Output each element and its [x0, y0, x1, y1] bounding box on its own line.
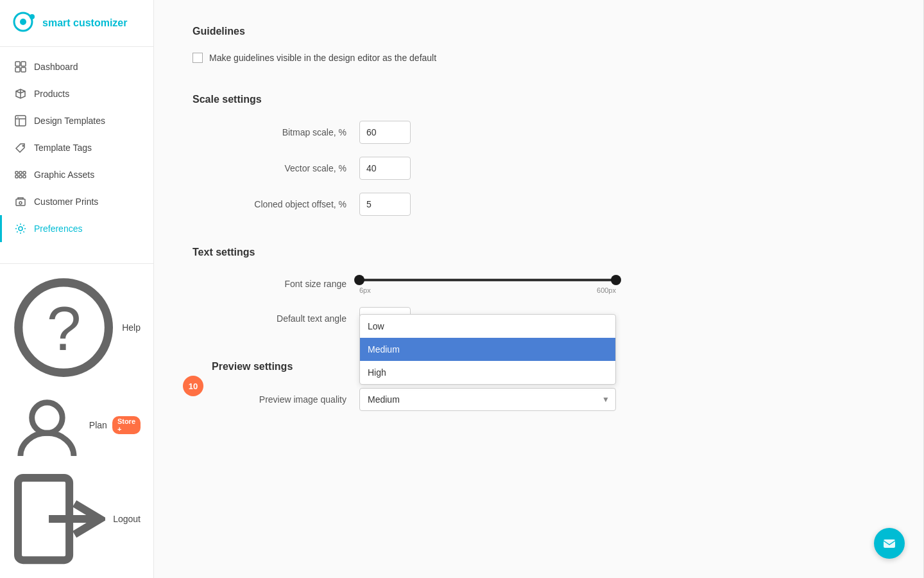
quality-option-medium[interactable]: Medium	[360, 338, 615, 361]
sidebar-item-customer-prints-label: Customer Prints	[34, 197, 98, 207]
sidebar-item-design-templates[interactable]: Design Templates	[0, 107, 153, 134]
vector-scale-input[interactable]	[359, 157, 411, 180]
sidebar-item-graphic-assets-label: Graphic Assets	[34, 170, 94, 180]
svg-rect-14	[15, 175, 18, 178]
guidelines-title: Guidelines	[193, 26, 886, 37]
quality-dropdown-popup: Low Medium High	[359, 314, 616, 385]
preview-quality-row: Preview image quality Low Medium High Lo…	[193, 388, 886, 411]
logo-text: smart customizer	[42, 17, 128, 29]
design-templates-icon	[15, 115, 26, 127]
logo-icon	[13, 12, 36, 35]
svg-point-10	[22, 145, 24, 147]
svg-rect-16	[23, 175, 26, 178]
svg-rect-12	[19, 171, 22, 174]
sidebar-item-dashboard-label: Dashboard	[34, 62, 78, 72]
font-range-label: Font size range	[193, 279, 359, 289]
help-icon: ?	[13, 277, 114, 378]
guidelines-row: Make guidelines visible in the design ed…	[193, 53, 886, 63]
footer-help[interactable]: ? Help	[0, 270, 153, 385]
main-content: Guidelines Make guidelines visible in th…	[154, 0, 924, 578]
dashboard-icon	[15, 61, 26, 73]
products-icon	[15, 88, 26, 100]
svg-point-22	[32, 403, 62, 433]
sidebar-item-dashboard[interactable]: Dashboard	[0, 53, 153, 80]
footer-logout[interactable]: Logout	[0, 466, 153, 572]
bitmap-scale-input[interactable]	[359, 121, 411, 144]
vector-scale-row: Vector scale, %	[193, 157, 886, 180]
store-badge[interactable]: Store +	[112, 416, 141, 434]
svg-rect-7	[15, 116, 26, 126]
preview-section: 10 Preview settings Preview image qualit…	[193, 361, 886, 411]
logout-icon	[13, 473, 105, 565]
sidebar-item-products-label: Products	[34, 89, 69, 99]
sidebar-item-customer-prints[interactable]: Customer Prints	[0, 188, 153, 215]
sidebar-item-products[interactable]: Products	[0, 80, 153, 107]
footer-help-label: Help	[122, 322, 141, 333]
font-range-thumb-max[interactable]	[611, 275, 621, 285]
font-min-label: 6px	[359, 286, 371, 294]
chat-button[interactable]	[874, 528, 905, 559]
offset-label: Cloned object offset, %	[193, 199, 359, 209]
mail-icon	[882, 536, 896, 550]
svg-point-19	[19, 227, 22, 231]
guidelines-label: Make guidelines visible in the design ed…	[209, 53, 436, 63]
preferences-icon	[15, 223, 26, 234]
guidelines-checkbox[interactable]	[193, 53, 203, 63]
vector-scale-label: Vector scale, %	[193, 163, 359, 173]
plan-icon	[13, 391, 81, 460]
sidebar-item-template-tags-label: Template Tags	[34, 143, 92, 153]
sidebar-item-graphic-assets[interactable]: Graphic Assets	[0, 161, 153, 188]
bitmap-scale-row: Bitmap scale, %	[193, 121, 886, 144]
sidebar-item-preferences[interactable]: Preferences	[0, 215, 153, 242]
svg-rect-25	[884, 539, 895, 548]
sidebar-item-design-templates-label: Design Templates	[34, 116, 105, 126]
preview-quality-label: Preview image quality	[193, 394, 359, 405]
footer-plan-label: Plan	[89, 420, 107, 430]
font-range-thumb-min[interactable]	[354, 275, 364, 285]
template-tags-icon	[15, 142, 26, 153]
sidebar-footer: ? Help Plan Store + Logout	[0, 263, 153, 578]
footer-plan[interactable]: Plan Store +	[0, 385, 153, 466]
svg-rect-13	[23, 171, 26, 174]
plan-row: Plan Store +	[89, 416, 141, 434]
sidebar-item-template-tags[interactable]: Template Tags	[0, 134, 153, 161]
svg-rect-15	[19, 175, 22, 178]
sidebar: smart customizer Dashboard Products	[0, 0, 154, 578]
font-max-label: 600px	[597, 286, 616, 294]
scale-section: Scale settings Bitmap scale, % Vector sc…	[193, 94, 886, 216]
preview-badge: 10	[183, 376, 203, 396]
slider-container: 6px 600px	[359, 274, 616, 294]
svg-rect-3	[15, 62, 20, 66]
sidebar-item-preferences-label: Preferences	[34, 223, 82, 234]
svg-rect-6	[21, 67, 26, 72]
svg-rect-11	[15, 171, 18, 174]
slider-labels: 6px 600px	[359, 286, 616, 294]
svg-point-1	[20, 19, 26, 25]
scale-title: Scale settings	[193, 94, 886, 105]
logo-area: smart customizer	[0, 0, 153, 47]
sidebar-nav: Dashboard Products Design Templates	[0, 47, 153, 263]
bitmap-scale-label: Bitmap scale, %	[193, 127, 359, 137]
font-range-row: Font size range 6px 600px	[193, 274, 886, 294]
svg-rect-4	[21, 62, 26, 66]
svg-point-18	[19, 202, 22, 204]
svg-point-2	[30, 14, 35, 19]
preview-quality-dropdown-container: Low Medium High Low Medium High ▼	[359, 388, 616, 411]
offset-row: Cloned object offset, %	[193, 193, 886, 216]
quality-option-low[interactable]: Low	[360, 315, 615, 338]
text-angle-label: Default text angle	[193, 313, 359, 324]
font-range-track[interactable]	[359, 279, 616, 281]
quality-option-high[interactable]: High	[360, 361, 615, 384]
customer-prints-icon	[15, 196, 26, 207]
text-title: Text settings	[193, 247, 886, 258]
offset-input[interactable]	[359, 193, 411, 216]
graphic-assets-icon	[15, 169, 26, 180]
svg-text:?: ?	[47, 293, 81, 363]
footer-logout-label: Logout	[113, 514, 141, 524]
preview-quality-select[interactable]: Low Medium High	[359, 388, 616, 411]
svg-rect-5	[15, 67, 20, 72]
guidelines-section: Guidelines Make guidelines visible in th…	[193, 26, 886, 63]
